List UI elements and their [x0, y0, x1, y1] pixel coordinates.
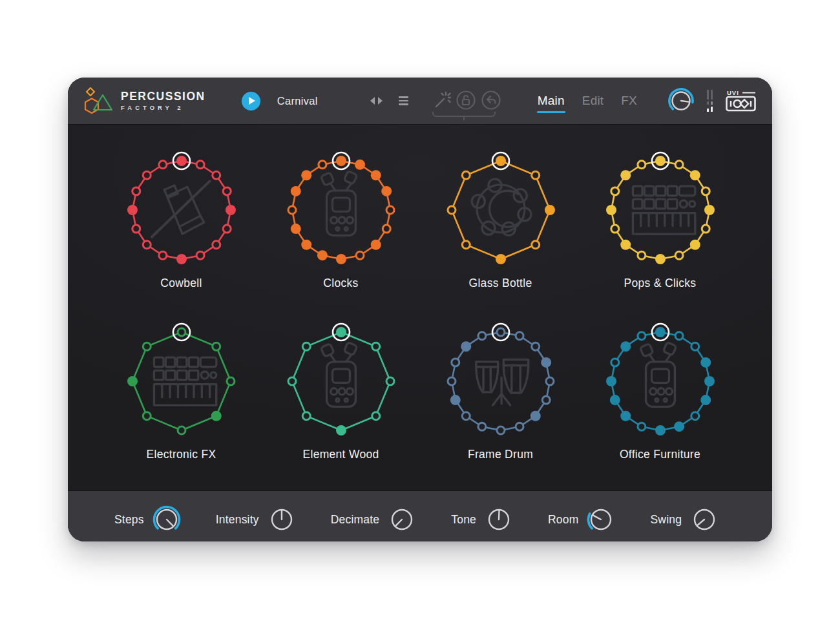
knob-swing[interactable] [689, 504, 720, 535]
step-node[interactable] [691, 342, 698, 350]
step-node[interactable] [132, 225, 140, 233]
step-node[interactable] [702, 225, 709, 233]
step-node[interactable] [178, 426, 185, 434]
randomize-wand-icon[interactable] [433, 91, 451, 109]
pad-sequencer-ring[interactable] [439, 320, 562, 443]
step-node[interactable] [611, 225, 618, 233]
step-node[interactable] [356, 251, 364, 259]
step-node[interactable] [675, 161, 683, 169]
step-node[interactable] [370, 170, 381, 180]
knob-decimate[interactable] [386, 504, 417, 535]
step-node[interactable] [386, 377, 394, 385]
pad-glass-bottle[interactable]: Glass Bottle [421, 149, 580, 320]
step-node[interactable] [451, 359, 459, 366]
step-node[interactable] [497, 426, 505, 434]
step-node[interactable] [448, 377, 456, 385]
step-node[interactable] [288, 377, 296, 385]
knob-intensity[interactable] [266, 504, 297, 535]
step-node[interactable] [542, 396, 550, 404]
pad-office-furniture[interactable]: Office Furniture [580, 320, 740, 491]
step-node[interactable] [516, 332, 523, 340]
step-node[interactable] [606, 376, 616, 386]
knob-tone[interactable] [483, 504, 514, 535]
step-node[interactable] [691, 412, 698, 420]
step-node[interactable] [606, 205, 616, 215]
step-node[interactable] [620, 240, 631, 250]
step-node[interactable] [609, 395, 620, 405]
tab-main[interactable]: Main [538, 94, 565, 108]
step-node[interactable] [702, 187, 709, 195]
step-node[interactable] [336, 425, 346, 436]
step-node[interactable] [336, 156, 346, 166]
step-node[interactable] [302, 342, 310, 350]
step-node[interactable] [478, 332, 485, 340]
step-node[interactable] [336, 327, 346, 337]
step-node[interactable] [212, 241, 220, 249]
step-node[interactable] [196, 161, 204, 169]
step-node[interactable] [637, 251, 645, 259]
step-node[interactable] [462, 241, 470, 249]
step-node[interactable] [497, 328, 505, 336]
pad-sequencer-ring[interactable] [599, 149, 722, 271]
step-node[interactable] [223, 225, 231, 233]
step-node[interactable] [546, 377, 554, 385]
step-node[interactable] [158, 251, 166, 259]
step-node[interactable] [637, 332, 645, 340]
step-node[interactable] [689, 240, 700, 250]
step-node[interactable] [516, 423, 523, 430]
step-node[interactable] [620, 411, 631, 421]
step-node[interactable] [158, 161, 166, 169]
step-node[interactable] [355, 160, 365, 170]
step-node[interactable] [704, 205, 715, 215]
pad-sequencer-ring[interactable] [599, 320, 722, 443]
step-node[interactable] [143, 342, 151, 350]
step-node[interactable] [132, 187, 140, 195]
step-node[interactable] [223, 187, 231, 195]
step-node[interactable] [383, 225, 390, 233]
step-node[interactable] [655, 327, 666, 337]
step-node[interactable] [288, 206, 296, 214]
step-node[interactable] [675, 332, 683, 340]
step-node[interactable] [127, 205, 138, 215]
step-node[interactable] [541, 357, 551, 368]
knob-room[interactable] [585, 504, 616, 535]
step-node[interactable] [317, 250, 327, 260]
step-node[interactable] [655, 254, 666, 264]
step-node[interactable] [127, 376, 138, 386]
step-node[interactable] [611, 359, 618, 366]
step-node[interactable] [302, 412, 310, 420]
step-node[interactable] [178, 328, 185, 336]
step-node[interactable] [381, 186, 392, 196]
step-node[interactable] [301, 240, 311, 250]
step-node[interactable] [700, 395, 711, 405]
step-node[interactable] [478, 423, 485, 430]
pad-sequencer-ring[interactable] [120, 320, 243, 443]
step-node[interactable] [143, 171, 151, 179]
step-node[interactable] [700, 357, 711, 368]
tab-edit[interactable]: Edit [582, 94, 604, 108]
step-node[interactable] [386, 206, 394, 214]
step-node[interactable] [370, 240, 381, 250]
step-node[interactable] [675, 251, 683, 259]
step-node[interactable] [227, 377, 235, 385]
step-node[interactable] [545, 205, 555, 215]
step-node[interactable] [462, 171, 470, 179]
master-knob-icon[interactable] [667, 87, 695, 115]
step-node[interactable] [611, 187, 618, 195]
pad-frame-drum[interactable]: Frame Drum [421, 320, 580, 491]
step-node[interactable] [318, 161, 326, 169]
pad-pops-clicks[interactable]: Pops & Clicks [580, 149, 740, 320]
step-node[interactable] [372, 342, 379, 350]
step-node[interactable] [143, 412, 151, 420]
pad-electronic-fx[interactable]: Electronic FX [101, 320, 261, 491]
master-volume-knob[interactable] [667, 87, 695, 115]
play-button[interactable] [242, 92, 260, 110]
step-node[interactable] [450, 395, 460, 405]
step-node[interactable] [212, 171, 220, 179]
step-node[interactable] [496, 254, 506, 264]
step-node[interactable] [674, 421, 684, 432]
preset-name[interactable]: Carnival [277, 95, 318, 107]
undo-icon[interactable] [481, 90, 501, 110]
step-node[interactable] [530, 411, 540, 421]
step-node[interactable] [176, 156, 187, 166]
